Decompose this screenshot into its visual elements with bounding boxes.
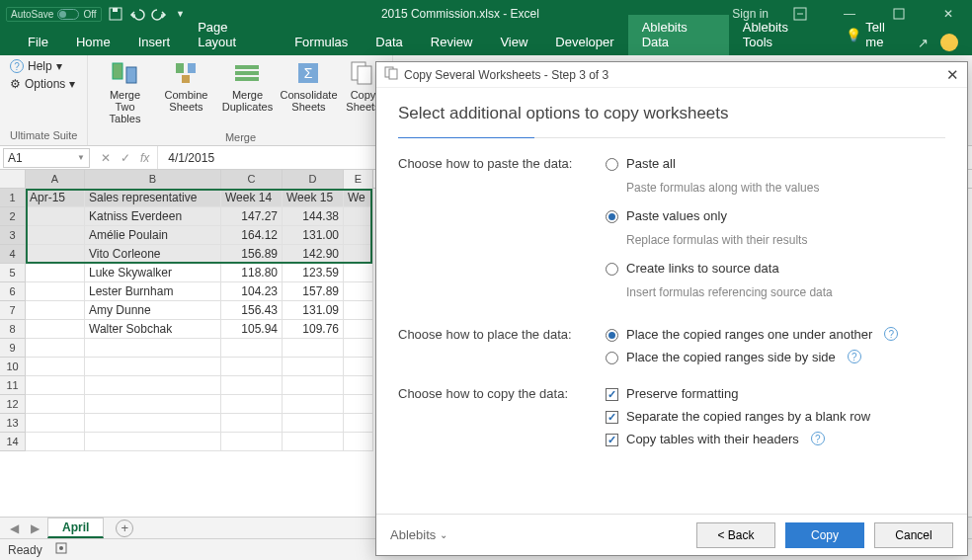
cell[interactable]: 164.12 — [221, 226, 283, 245]
cell[interactable] — [26, 414, 85, 433]
cell[interactable] — [344, 376, 373, 395]
help-button[interactable]: ?Help ▾ — [10, 59, 62, 73]
name-box[interactable]: A1▼ — [3, 148, 90, 168]
cell[interactable] — [344, 414, 373, 433]
copy-button[interactable]: Copy — [785, 522, 864, 548]
col-header[interactable]: C — [221, 170, 283, 189]
new-sheet-button[interactable]: + — [116, 520, 133, 537]
cancel-button[interactable]: Cancel — [874, 522, 953, 548]
cell[interactable]: Week 15 — [283, 189, 344, 207]
row-header[interactable]: 9 — [0, 339, 26, 358]
cell[interactable] — [344, 264, 373, 282]
row-header[interactable]: 2 — [0, 207, 26, 226]
check-separate-blank[interactable]: Separate the copied ranges by a blank ro… — [606, 409, 945, 424]
row-header[interactable]: 12 — [0, 395, 26, 414]
cell[interactable] — [26, 245, 85, 264]
cell[interactable]: 131.00 — [283, 226, 344, 245]
brand-label[interactable]: Ablebits ⌄ — [390, 527, 447, 542]
cell[interactable]: Walter Sobchak — [85, 320, 221, 339]
check-preserve-formatting[interactable]: Preserve formatting — [606, 386, 945, 401]
cell[interactable] — [26, 320, 85, 339]
macro-record-icon[interactable] — [54, 541, 68, 558]
cell[interactable] — [26, 358, 85, 376]
cell[interactable] — [85, 414, 221, 433]
row-header[interactable]: 3 — [0, 226, 26, 245]
tab-ablebits-data[interactable]: Ablebits Data — [628, 15, 729, 55]
tab-review[interactable]: Review — [417, 30, 487, 55]
cell[interactable] — [26, 433, 85, 451]
select-all-corner[interactable] — [0, 170, 26, 189]
back-button[interactable]: < Back — [696, 522, 775, 548]
cell[interactable]: Amy Dunne — [85, 301, 221, 320]
col-header[interactable]: E — [344, 170, 373, 189]
cell[interactable] — [221, 339, 283, 358]
row-header[interactable]: 4 — [0, 245, 26, 264]
cell[interactable] — [283, 358, 344, 376]
cell[interactable]: Vito Corleone — [85, 245, 221, 264]
radio-create-links[interactable]: Create links to source data — [606, 261, 945, 276]
cell[interactable] — [344, 395, 373, 414]
cell[interactable] — [344, 245, 373, 264]
cell[interactable]: Apr-15 — [26, 189, 85, 207]
cell[interactable]: 156.43 — [221, 301, 283, 320]
row-header[interactable]: 11 — [0, 376, 26, 395]
tab-data[interactable]: Data — [362, 30, 416, 55]
tab-insert[interactable]: Insert — [124, 30, 185, 55]
cell[interactable] — [26, 301, 85, 320]
col-header[interactable]: D — [283, 170, 344, 189]
cell[interactable] — [344, 339, 373, 358]
cell[interactable] — [85, 376, 221, 395]
cell[interactable]: Katniss Everdeen — [85, 207, 221, 226]
cell[interactable] — [344, 433, 373, 451]
dialog-close-icon[interactable]: ✕ — [946, 66, 959, 84]
check-copy-headers[interactable]: Copy tables with their headers? — [606, 432, 945, 446]
cell[interactable] — [344, 301, 373, 320]
cell[interactable]: Luke Skywalker — [85, 264, 221, 282]
cancel-formula-icon[interactable]: ✕ — [101, 151, 111, 165]
cell[interactable]: Lester Burnham — [85, 282, 221, 301]
merge-two-tables-button[interactable]: Merge Two Tables — [98, 59, 151, 124]
radio-paste-values[interactable]: Paste values only — [606, 208, 945, 223]
sheet-nav-prev-icon[interactable]: ◀ — [6, 521, 23, 535]
cell[interactable]: 109.76 — [283, 320, 344, 339]
cell[interactable]: 118.80 — [221, 264, 283, 282]
merge-duplicates-button[interactable]: Merge Duplicates — [220, 59, 274, 113]
cell[interactable] — [26, 395, 85, 414]
cell[interactable]: 144.38 — [283, 207, 344, 226]
save-icon[interactable] — [108, 6, 123, 22]
cell[interactable] — [344, 320, 373, 339]
row-header[interactable]: 10 — [0, 358, 26, 376]
cell[interactable] — [221, 433, 283, 451]
cell[interactable] — [283, 433, 344, 451]
enter-formula-icon[interactable]: ✓ — [121, 151, 130, 165]
cell[interactable]: 147.27 — [221, 207, 283, 226]
cell[interactable] — [85, 339, 221, 358]
cell[interactable]: Amélie Poulain — [85, 226, 221, 245]
cell[interactable] — [26, 339, 85, 358]
tab-file[interactable]: File — [14, 30, 62, 55]
combine-sheets-button[interactable]: Combine Sheets — [159, 59, 212, 113]
cell[interactable] — [344, 226, 373, 245]
cell[interactable] — [26, 226, 85, 245]
cell[interactable] — [85, 433, 221, 451]
radio-place-side[interactable]: Place the copied ranges side by side? — [606, 350, 945, 364]
cell[interactable] — [221, 414, 283, 433]
sheet-nav-next-icon[interactable]: ▶ — [27, 521, 43, 535]
radio-paste-all[interactable]: Paste all — [606, 156, 945, 171]
cell[interactable]: 104.23 — [221, 282, 283, 301]
tab-view[interactable]: View — [486, 30, 541, 55]
cell[interactable] — [283, 339, 344, 358]
col-header[interactable]: A — [26, 170, 85, 189]
cell[interactable]: We — [344, 189, 373, 207]
help-icon[interactable]: ? — [811, 432, 825, 445]
row-header[interactable]: 14 — [0, 433, 26, 451]
fx-icon[interactable]: fx — [140, 151, 149, 165]
tab-ablebits-tools[interactable]: Ablebits Tools — [729, 15, 833, 55]
row-header[interactable]: 1 — [0, 189, 26, 207]
cell[interactable] — [221, 358, 283, 376]
row-header[interactable]: 5 — [0, 264, 26, 282]
cell[interactable]: 131.09 — [283, 301, 344, 320]
formula-value[interactable]: 4/1/2015 — [158, 151, 214, 165]
cell[interactable] — [221, 376, 283, 395]
cell[interactable] — [26, 282, 85, 301]
